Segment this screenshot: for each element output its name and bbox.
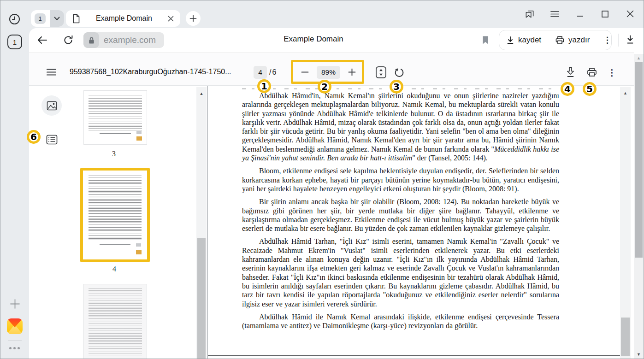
- address-bar[interactable]: example.com: [83, 32, 164, 48]
- reload-icon[interactable]: [63, 35, 73, 45]
- paragraph-1: Abdülhak Hâmıd'in, Namık Kemal'ın şiirle…: [242, 91, 559, 162]
- scroll-up-icon[interactable]: ▲: [620, 91, 631, 95]
- download-icon: [506, 36, 514, 44]
- pdf-page: Abdülhak Hâmıd'in, Namık Kemal'ın şiirle…: [208, 86, 620, 359]
- thumbnail-label: 4: [112, 265, 116, 273]
- annotation-marker-4: 4: [561, 82, 574, 96]
- toolbar-divider: [618, 34, 619, 47]
- page-actions-more-icon[interactable]: ⋮: [597, 35, 618, 45]
- page-title: Example Domain: [221, 35, 406, 44]
- pdf-filename: 959387568_102KaraburguOğuzhan-1745-1750.…: [70, 68, 231, 76]
- thumbnail-label: 3: [112, 150, 116, 158]
- paragraph-2: Bloom, etkilenme endişesi sele kapılma b…: [242, 166, 559, 193]
- pdf-image-view-button[interactable]: [41, 95, 62, 116]
- panels-icon[interactable]: [525, 9, 535, 19]
- thumbnail-page-4[interactable]: [84, 171, 146, 259]
- rail-more-button[interactable]: [9, 347, 20, 349]
- paragraph-5: Abdülhak Hâmid ile Namık Kemal arasındak…: [242, 312, 559, 330]
- tab-group-expand-button[interactable]: [50, 10, 64, 27]
- downloads-icon[interactable]: [626, 35, 635, 45]
- browser-side-rail: 1: [0, 0, 29, 359]
- bookmark-icon[interactable]: [482, 35, 489, 45]
- rail-add-button[interactable]: [10, 299, 20, 309]
- rotate-icon[interactable]: [394, 67, 404, 78]
- save-button[interactable]: kaydet: [499, 30, 548, 50]
- annotation-marker-1: 1: [257, 79, 271, 93]
- pdf-more-icon[interactable]: ⋮: [608, 67, 616, 78]
- pdf-download-icon[interactable]: [565, 66, 576, 78]
- back-icon[interactable]: [37, 36, 47, 44]
- url-text: example.com: [104, 35, 156, 45]
- maximize-icon[interactable]: [600, 9, 610, 19]
- rail-tab-count: 1: [13, 38, 17, 46]
- menu-icon[interactable]: [549, 9, 560, 19]
- history-icon[interactable]: [9, 13, 20, 25]
- pdf-scrollbar-thumb[interactable]: [621, 318, 630, 356]
- page-actions-pill: kaydet yazdır ⋮: [499, 30, 612, 50]
- document-text: Abdülhak Hâmıd'in, Namık Kemal'ın şiirle…: [242, 91, 559, 334]
- paragraph-4: Abdülhak Hâmid Tarhan, "İçli Kız" isimli…: [242, 237, 559, 308]
- new-tab-button[interactable]: [186, 11, 201, 26]
- tab-example-domain[interactable]: Example Domain: [66, 10, 180, 27]
- annotation-marker-6: 6: [27, 130, 41, 144]
- browser-scrollbar-thumb[interactable]: [635, 62, 643, 258]
- chevron-down-icon: [54, 17, 60, 21]
- pdf-print-icon[interactable]: [586, 67, 597, 77]
- list-icon: [46, 135, 58, 145]
- scroll-down-icon[interactable]: ▼: [634, 353, 644, 357]
- paragraph-3: Bir şiirin anlamı ancak başka bir şiir o…: [242, 197, 559, 233]
- page-doc-icon: [72, 14, 80, 24]
- thumbnail-scrollbar-thumb[interactable]: [197, 238, 206, 359]
- minimize-icon[interactable]: [575, 9, 585, 19]
- pdf-sidebar-toggle-icon[interactable]: [47, 68, 56, 76]
- pdf-page-count: /6: [269, 68, 277, 77]
- lock-icon[interactable]: [83, 32, 99, 48]
- tab-close-icon[interactable]: [168, 16, 174, 22]
- annotation-marker-3: 3: [390, 80, 403, 94]
- zoom-out-button[interactable]: [301, 68, 309, 77]
- yandex-mail-icon[interactable]: [7, 318, 23, 334]
- tab-title: Example Domain: [80, 14, 168, 23]
- rail-divider: [8, 340, 22, 341]
- print-button[interactable]: yazdır: [548, 30, 597, 50]
- browser-window: 1 1 Example Domain: [0, 0, 644, 359]
- rail-tab-counter-button[interactable]: 1: [7, 35, 22, 49]
- annotation-marker-2: 2: [318, 80, 331, 94]
- tab-group-pill[interactable]: 1: [31, 10, 64, 27]
- tab-group-badge: 1: [35, 13, 46, 24]
- annotation-marker-5: 5: [583, 82, 597, 96]
- zoom-level-field[interactable]: 89%: [317, 66, 340, 79]
- pdf-current-page-field[interactable]: 4: [254, 66, 267, 79]
- zoom-in-button[interactable]: [348, 68, 356, 77]
- pdf-thumbnails-toggle-button[interactable]: [46, 135, 58, 145]
- fit-to-page-icon[interactable]: [375, 66, 387, 79]
- scroll-up-icon[interactable]: ▲: [634, 56, 644, 60]
- plus-icon: [189, 15, 197, 22]
- footnote-rule: [208, 355, 620, 356]
- thumbnail-page-3[interactable]: [84, 91, 147, 144]
- image-icon: [47, 101, 57, 111]
- pane-divider: [207, 86, 208, 359]
- close-icon[interactable]: [625, 9, 635, 19]
- scroll-up-icon[interactable]: ▲: [196, 92, 207, 96]
- thumbnail-page-5[interactable]: [84, 284, 147, 359]
- mail-flap: [7, 318, 23, 328]
- printer-icon: [555, 35, 565, 45]
